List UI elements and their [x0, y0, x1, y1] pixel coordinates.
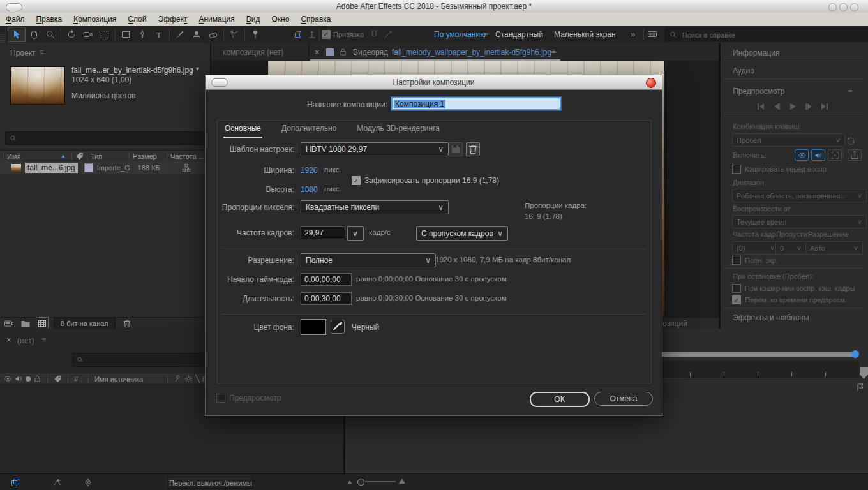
menu-Файл[interactable]: Файл: [0, 15, 31, 24]
tag-icon[interactable]: [75, 152, 84, 160]
viewer-tab-footage-file[interactable]: fall_melody_wallpaper_by_inertiak-d5fg9h…: [392, 48, 551, 57]
project-search-input[interactable]: [20, 134, 206, 143]
workspace-tab-standard[interactable]: Стандартный: [495, 30, 543, 39]
menu-Композиция[interactable]: Композиция: [68, 15, 122, 24]
start-timecode-input[interactable]: 0;00;00;00: [301, 273, 352, 286]
speaker-icon[interactable]: [811, 149, 825, 161]
toolbar-grip-icon[interactable]: [0, 26, 6, 43]
menu-Анимация[interactable]: Анимация: [193, 15, 240, 24]
viewer-tab-menu-icon[interactable]: ≡: [551, 47, 555, 55]
reset-icon[interactable]: [846, 135, 856, 145]
type-tool[interactable]: T: [151, 27, 167, 41]
tab-basic[interactable]: Основные: [223, 121, 262, 138]
expand-layers-icon[interactable]: [10, 477, 20, 487]
last-frame-icon[interactable]: [819, 101, 830, 112]
navigator-handle[interactable]: [851, 350, 859, 358]
zoom-tool[interactable]: [42, 27, 59, 41]
pixel-aspect-dropdown[interactable]: Квадратные пиксели∨: [301, 200, 449, 214]
play-from-dropdown[interactable]: Текущее время∨: [732, 215, 867, 228]
close-icon[interactable]: ×: [315, 47, 320, 57]
puppet-pin-tool[interactable]: [247, 27, 264, 41]
width-value[interactable]: 1920: [301, 166, 318, 175]
effects-presets-tab[interactable]: Эффекты и шаблоны: [733, 313, 809, 322]
solo-icon[interactable]: [26, 376, 31, 382]
panel-menu-icon[interactable]: ≡: [848, 86, 852, 94]
footage-row-name[interactable]: fall_me...6.jpg: [25, 163, 78, 173]
frame-rate-dropdown-icon[interactable]: ∨: [347, 226, 364, 241]
menu-Окно[interactable]: Окно: [266, 15, 296, 24]
timeline-zoom-slider[interactable]: [357, 479, 364, 486]
workspace-menu-icon[interactable]: ≡: [484, 31, 488, 38]
hand-tool[interactable]: [26, 27, 42, 41]
trash-icon[interactable]: [122, 318, 132, 329]
ok-button[interactable]: OK: [530, 392, 590, 407]
next-frame-icon[interactable]: [804, 101, 814, 112]
graph-editor-icon[interactable]: [52, 477, 63, 487]
column-rate[interactable]: Частота ...: [170, 152, 204, 160]
viewer-selector-text[interactable]: озиций: [662, 319, 687, 328]
cache-frames-checkbox[interactable]: [732, 284, 741, 293]
region-icon[interactable]: [828, 149, 842, 161]
workspace-tab-small-screen[interactable]: Маленький экран: [554, 30, 616, 39]
window-control-icon[interactable]: [850, 3, 858, 11]
panel-menu-icon[interactable]: ≡: [40, 48, 43, 56]
fullscreen-checkbox[interactable]: [732, 256, 741, 265]
cancel-button[interactable]: Отмена: [594, 392, 653, 406]
resolution-dropdown[interactable]: Полное∨: [301, 253, 436, 267]
delete-preset-icon[interactable]: [466, 142, 480, 156]
drop-frame-dropdown[interactable]: С пропуском кадров∨: [416, 226, 508, 241]
window-control-icon[interactable]: [828, 3, 837, 11]
workspace-bar-icon[interactable]: [647, 29, 657, 40]
save-preset-icon[interactable]: [449, 142, 463, 156]
close-icon[interactable]: ×: [6, 335, 11, 345]
new-folder-icon[interactable]: [20, 318, 31, 329]
snap-options-icon[interactable]: [383, 29, 393, 40]
tab-3d-renderer[interactable]: Модуль 3D-рендеринга: [355, 121, 441, 138]
shortcut-dropdown[interactable]: Пробел∨: [732, 133, 845, 147]
height-value[interactable]: 1080: [301, 185, 318, 194]
snap-checkbox[interactable]: ✓: [322, 30, 331, 39]
toggle-switches-modes-button[interactable]: Перекл. выключ./режимы: [168, 477, 253, 489]
layer-number-column[interactable]: #: [74, 375, 78, 383]
new-composition-icon[interactable]: [37, 318, 47, 329]
skip-dropdown[interactable]: 0∨: [775, 241, 806, 255]
menu-Правка[interactable]: Правка: [31, 15, 68, 24]
lock-icon[interactable]: [339, 48, 347, 56]
zoom-slider-track[interactable]: [365, 481, 396, 482]
zoom-in-icon[interactable]: [399, 479, 405, 484]
audio-panel-tab[interactable]: Аудио: [733, 66, 754, 75]
selection-tool[interactable]: [8, 27, 26, 42]
cache-before-play-checkbox[interactable]: [732, 165, 741, 174]
dialog-close-button[interactable]: [646, 78, 656, 88]
info-panel-tab[interactable]: Информация: [733, 48, 779, 57]
color-depth-button[interactable]: 8 бит на канал: [54, 318, 116, 329]
world-axis-mode-icon[interactable]: [307, 29, 317, 40]
panel-menu-icon[interactable]: ≡: [42, 336, 46, 343]
pen-tool[interactable]: [134, 27, 151, 41]
preview-fps-dropdown[interactable]: (0)∨: [732, 241, 779, 255]
share-icon[interactable]: [848, 149, 862, 161]
zoom-out-icon[interactable]: [348, 480, 352, 484]
comp-marker-icon[interactable]: [855, 382, 865, 392]
footage-dropdown-icon[interactable]: ▼: [195, 66, 200, 72]
brush-tool[interactable]: [172, 27, 188, 41]
tab-advanced[interactable]: Дополнительно: [280, 121, 338, 138]
preset-dropdown[interactable]: HDTV 1080 29,97∨: [301, 142, 449, 156]
project-panel-tab[interactable]: Проект: [10, 48, 36, 57]
workspace-tab-default[interactable]: По умолчанию: [434, 30, 486, 39]
eye-icon[interactable]: [4, 375, 12, 383]
duration-input[interactable]: 0;00;30;00: [301, 292, 352, 305]
bg-color-swatch[interactable]: [301, 319, 326, 335]
column-name[interactable]: Имя: [7, 152, 61, 160]
preview-resolution-dropdown[interactable]: Авто∨: [805, 241, 863, 255]
marker-bin-icon[interactable]: [860, 368, 868, 379]
viewer-tab-composition[interactable]: композиция (нет): [223, 48, 283, 57]
eye-icon[interactable]: [795, 149, 809, 161]
range-dropdown[interactable]: Рабочая область, расширенная...∨: [732, 189, 867, 202]
snap-settings-icon[interactable]: [369, 29, 379, 40]
eraser-tool[interactable]: [205, 27, 221, 41]
play-icon[interactable]: [788, 101, 798, 112]
comp-name-field[interactable]: Композиция 1: [391, 97, 561, 110]
window-control-icon[interactable]: [839, 3, 848, 11]
first-frame-icon[interactable]: [756, 101, 766, 112]
